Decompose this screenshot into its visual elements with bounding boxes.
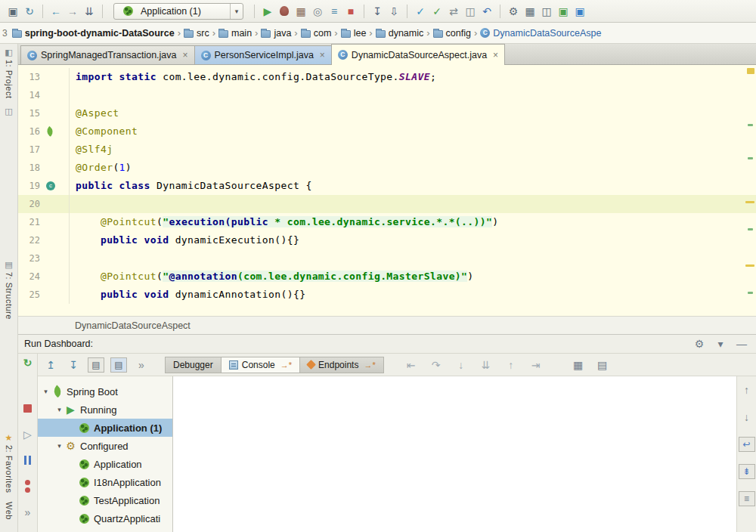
code-line[interactable]: 20 <box>18 195 756 213</box>
tree-item[interactable]: Application (1) <box>38 419 172 437</box>
breadcrumb-item[interactable]: spring-boot-dynamic-DataSource <box>10 26 177 40</box>
print-icon[interactable]: ≡ <box>739 491 755 506</box>
tree-item[interactable]: ▾Spring Boot <box>38 382 172 401</box>
code-line[interactable]: 15@Aspect <box>18 104 756 122</box>
synchronize-icon[interactable]: ↻ <box>21 4 38 19</box>
project-structure-icon[interactable]: ▦ <box>522 4 538 19</box>
step-into-icon[interactable]: ↓ <box>453 357 469 373</box>
group-by-type-icon[interactable]: ▤ <box>88 357 104 373</box>
breadcrumb-item[interactable]: config <box>431 26 473 40</box>
tree-item[interactable]: ▾⚙Configured <box>38 437 172 455</box>
tree-chevron-icon[interactable]: ▾ <box>54 442 64 450</box>
more-icon[interactable]: » <box>20 506 36 518</box>
run-icon[interactable]: ▶ <box>259 4 276 19</box>
scroll-down-icon[interactable]: ↓ <box>739 410 755 425</box>
structure-tool-button[interactable]: ▤7: Structure <box>5 261 14 320</box>
expand-all-icon[interactable]: ↥ <box>42 357 59 373</box>
editor-tab[interactable]: PersonServiceImpl.java× <box>194 45 332 64</box>
breadcrumb-item[interactable]: DynamicDataSourceAspe <box>478 26 603 40</box>
scroll-up-icon[interactable]: ↑ <box>739 382 755 397</box>
view-breakpoints-icon[interactable] <box>20 480 36 493</box>
update-project-icon[interactable]: ✓ <box>412 4 429 19</box>
soft-wrap-icon[interactable]: ↩ <box>739 437 755 452</box>
rollback-icon[interactable]: ↶ <box>479 4 495 19</box>
code-line[interactable]: 18@Order(1) <box>18 159 756 177</box>
code-line[interactable]: 24 @Pointcut("@annotation(com.lee.dynami… <box>18 268 756 286</box>
code-line[interactable]: 14 <box>18 86 756 104</box>
breadcrumb-item[interactable]: main <box>216 26 254 40</box>
export-icon[interactable]: ↧ <box>369 4 386 19</box>
force-step-into-icon[interactable]: ⇊ <box>478 357 494 373</box>
project-tool-button[interactable]: ◧1: Project <box>5 48 14 98</box>
editor-tab[interactable]: DynamicDataSourceAspect.java× <box>331 44 505 65</box>
favorites-tool-button[interactable]: ★2: Favorites <box>5 434 14 493</box>
code-line[interactable]: 25 public void dynamicAnnotation(){} <box>18 286 756 304</box>
download-icon[interactable]: ⇩ <box>386 4 402 19</box>
code-line[interactable]: 16@Component <box>18 122 756 141</box>
compare-icon[interactable]: ⇄ <box>445 4 462 19</box>
stop-icon[interactable] <box>20 402 36 414</box>
spring-bean-icon[interactable] <box>46 128 54 135</box>
breadcrumb-item[interactable]: lee <box>339 26 369 40</box>
tab-close-icon[interactable]: × <box>183 50 188 60</box>
commit-changes-icon[interactable]: ✓ <box>429 4 445 19</box>
debug-icon[interactable] <box>276 4 293 19</box>
tree-item[interactable]: Application <box>38 455 172 473</box>
collapse-all-icon[interactable]: ↧ <box>65 357 82 373</box>
resume-icon[interactable]: ▷ <box>20 428 36 440</box>
tree-item[interactable]: TestApplication <box>38 491 172 509</box>
rerun-icon[interactable]: ↻ <box>20 357 36 369</box>
code-line[interactable]: 17@Slf4j <box>18 141 756 159</box>
step-over-icon[interactable]: ↷ <box>428 357 445 373</box>
show-history-icon[interactable]: ◫ <box>462 4 479 19</box>
run-to-cursor-icon[interactable]: ⇥ <box>528 357 544 373</box>
code-line[interactable]: 21 @Pointcut("execution(public * com.lee… <box>18 213 756 231</box>
more-views-icon[interactable]: » <box>133 357 150 373</box>
scroll-to-end-icon[interactable]: ⇟ <box>739 464 755 479</box>
pause-icon[interactable] <box>20 454 36 466</box>
gear-caret-icon[interactable]: ▾ <box>712 336 729 351</box>
breadcrumb-item[interactable]: dynamic <box>373 26 426 40</box>
coverage-icon[interactable]: ▦ <box>293 4 309 19</box>
editor-breadcrumb[interactable]: DynamicDataSourceAspect <box>18 316 756 334</box>
run-config-caret-icon[interactable]: ▾ <box>230 4 243 19</box>
settings-icon[interactable]: ⚙ <box>505 4 522 19</box>
show-execution-point-icon[interactable]: ⇤ <box>403 357 420 373</box>
breadcrumb-item[interactable]: java <box>259 26 293 40</box>
restore-layout-icon[interactable]: ▦ <box>570 357 587 373</box>
spring-component-icon[interactable] <box>46 181 55 190</box>
dump-threads-icon[interactable]: ≡ <box>326 4 342 19</box>
editor-tab[interactable]: SpringManagedTransaction.java× <box>20 45 195 64</box>
web-tool-button[interactable]: Web <box>5 502 14 520</box>
rd-tab-endpoints[interactable]: Endpoints→* <box>299 357 384 373</box>
profiler-icon[interactable]: ◎ <box>309 4 326 19</box>
tree-item[interactable]: I18nApplication <box>38 473 172 491</box>
tree-item[interactable]: QuartzApplicati <box>38 509 172 527</box>
code-line[interactable]: 19public class DynamicDataSourceAspect { <box>18 177 756 195</box>
layout-settings-icon[interactable]: ▤ <box>594 357 611 373</box>
rd-tab-debugger[interactable]: Debugger <box>165 357 222 373</box>
code-line[interactable]: 13import static com.lee.dynamic.config.D… <box>18 68 756 86</box>
tree-item[interactable] <box>38 527 172 532</box>
save-all-icon[interactable]: ▣ <box>5 4 21 19</box>
forward-icon[interactable]: → <box>64 4 81 19</box>
breadcrumb-item[interactable]: src <box>181 26 212 40</box>
group-by-status-icon[interactable]: ▤ <box>110 357 127 373</box>
tree-chevron-icon[interactable]: ▾ <box>54 406 64 413</box>
tool-tab-icon[interactable]: ◫ <box>5 107 14 116</box>
run-config-combo[interactable]: Application (1)▾ <box>113 3 243 20</box>
recent-changes-icon[interactable]: ⇊ <box>81 4 98 19</box>
code-line[interactable]: 23 <box>18 249 756 268</box>
tree-chevron-icon[interactable]: ▾ <box>41 388 51 395</box>
console-output[interactable] <box>172 376 736 532</box>
editor[interactable]: 13import static com.lee.dynamic.config.D… <box>18 65 756 316</box>
export-settings-icon[interactable]: ◫ <box>538 4 555 19</box>
back-icon[interactable]: ← <box>48 4 64 19</box>
tab-close-icon[interactable]: × <box>493 50 498 60</box>
step-out-icon[interactable]: ↑ <box>503 357 519 373</box>
breadcrumb-item[interactable]: com <box>299 26 334 40</box>
tree-item[interactable]: ▾▶Running <box>38 401 172 419</box>
rd-tab-console[interactable]: Console→* <box>221 357 300 373</box>
code-line[interactable]: 22 public void dynamicExecution(){} <box>18 231 756 249</box>
gear-icon[interactable]: ⚙ <box>691 336 708 351</box>
